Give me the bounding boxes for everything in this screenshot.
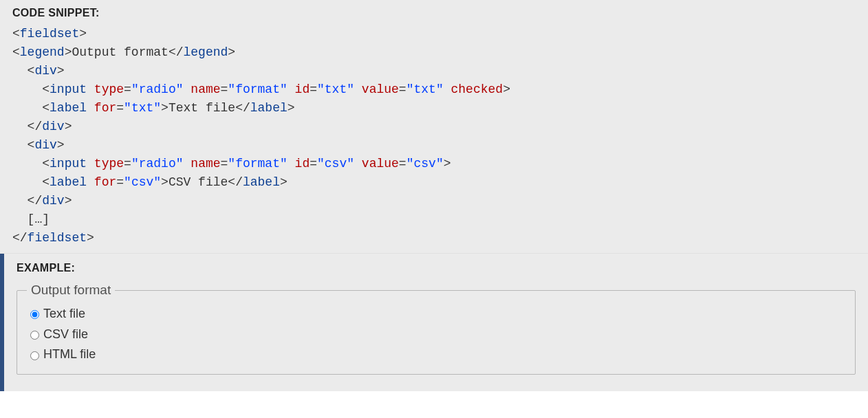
code-token: for — [94, 175, 116, 189]
code-token: > — [87, 231, 94, 245]
fieldset-legend: Output format — [27, 283, 115, 298]
code-token: </ — [228, 175, 243, 189]
code-snippet-panel: CODE SNIPPET: <fieldset> <legend>Output … — [0, 0, 868, 254]
code-token: < — [42, 82, 50, 96]
code-token: < — [12, 27, 20, 41]
code-token: name — [191, 82, 220, 96]
code-token — [12, 194, 28, 208]
radio-label-txt[interactable]: Text file — [43, 307, 85, 320]
radio-options-container: Text fileCSV fileHTML file — [27, 303, 845, 364]
code-token: Output format — [72, 45, 168, 59]
code-token: "csv" — [124, 175, 161, 189]
code-token: fieldset — [28, 231, 87, 245]
code-token: </ — [169, 45, 184, 59]
code-token: = — [116, 101, 124, 115]
code-token: < — [28, 138, 35, 152]
code-token — [354, 82, 362, 96]
code-token: > — [79, 27, 87, 41]
option-row-txt: Text file — [27, 303, 845, 324]
code-block: <fieldset> <legend>Output format</legend… — [12, 25, 856, 248]
code-token — [12, 101, 42, 115]
code-token: type — [94, 82, 124, 96]
radio-label-html[interactable]: HTML file — [43, 347, 96, 361]
code-token: = — [399, 157, 406, 170]
code-token: </ — [28, 120, 43, 133]
example-header: EXAMPLE: — [17, 262, 856, 274]
code-token: > — [57, 64, 65, 78]
code-token: > — [280, 175, 287, 189]
code-token: > — [161, 175, 169, 189]
code-token: "csv" — [406, 157, 444, 170]
code-token: </ — [28, 194, 43, 208]
code-token: > — [287, 101, 295, 115]
code-token: id — [295, 82, 310, 96]
code-token: value — [362, 82, 399, 96]
code-token: div — [34, 64, 56, 78]
code-token — [87, 82, 94, 96]
code-token: label — [50, 175, 87, 189]
code-token: = — [124, 157, 131, 170]
code-token — [87, 101, 94, 115]
code-token: > — [444, 157, 451, 170]
code-token: > — [228, 45, 235, 59]
code-token — [444, 82, 451, 96]
code-token: div — [42, 120, 64, 133]
code-token: = — [124, 82, 131, 96]
code-token — [12, 157, 42, 170]
code-token: input — [50, 82, 87, 96]
code-token: div — [34, 138, 56, 152]
code-token — [12, 175, 42, 189]
code-token: label — [250, 101, 287, 115]
code-token: = — [221, 82, 228, 96]
code-token: legend — [183, 45, 228, 59]
code-token: < — [12, 45, 20, 59]
code-token: "txt" — [406, 82, 444, 96]
code-token: CSV file — [169, 175, 228, 189]
code-token: = — [221, 157, 228, 170]
code-token — [12, 138, 28, 152]
code-token: < — [42, 101, 50, 115]
code-token — [12, 120, 28, 133]
code-token: Text file — [169, 101, 235, 115]
code-token: = — [116, 175, 124, 189]
code-token: label — [50, 101, 87, 115]
code-token: > — [57, 138, 65, 152]
code-token: checked — [451, 82, 503, 96]
code-token — [287, 157, 295, 170]
code-token: type — [94, 157, 124, 170]
code-token: value — [362, 157, 399, 170]
code-token: < — [42, 175, 50, 189]
code-token: = — [310, 157, 317, 170]
example-panel: EXAMPLE: Output format Text fileCSV file… — [0, 254, 868, 391]
code-token: "radio" — [131, 157, 184, 170]
code-token — [184, 82, 191, 96]
code-token: = — [310, 82, 317, 96]
code-token: name — [191, 157, 220, 170]
code-token: fieldset — [20, 27, 79, 41]
code-token: > — [161, 101, 169, 115]
code-token — [12, 64, 28, 78]
code-token: "format" — [228, 82, 287, 96]
code-token: > — [65, 45, 72, 59]
code-token: "txt" — [317, 82, 354, 96]
option-row-csv: CSV file — [27, 324, 845, 344]
code-token: < — [42, 157, 50, 170]
code-token: < — [28, 64, 35, 78]
code-token: "txt" — [124, 101, 161, 115]
code-token — [184, 157, 191, 170]
code-token — [87, 157, 94, 170]
code-token: id — [295, 157, 310, 170]
option-row-html: HTML file — [27, 344, 845, 364]
code-token: > — [65, 194, 72, 208]
radio-csv[interactable] — [30, 331, 39, 340]
code-token: "csv" — [317, 157, 354, 170]
code-token: legend — [20, 45, 65, 59]
code-token: > — [503, 82, 510, 96]
radio-label-csv[interactable]: CSV file — [43, 327, 88, 340]
code-token — [87, 175, 94, 189]
code-token: </ — [12, 231, 28, 245]
code-token: input — [50, 157, 87, 170]
radio-txt[interactable] — [30, 310, 39, 319]
code-token — [12, 82, 42, 96]
radio-html[interactable] — [30, 351, 39, 360]
